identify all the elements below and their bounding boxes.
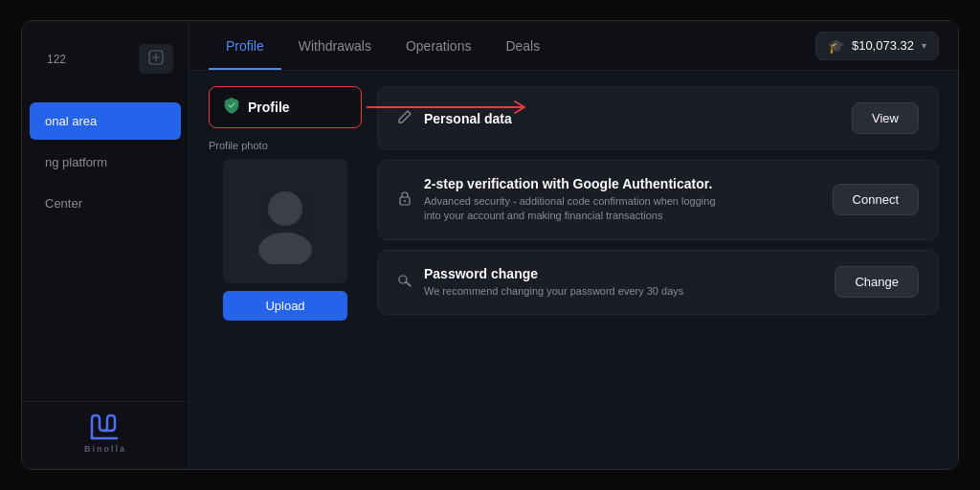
binolla-logo-icon [90, 413, 121, 440]
password-description: We recommend changing your password ever… [424, 284, 683, 299]
password-title: Password change [424, 266, 683, 281]
svg-point-2 [268, 191, 302, 226]
tab-withdrawals[interactable]: Withdrawals [281, 21, 389, 70]
connect-2fa-button[interactable]: Connect [833, 184, 919, 215]
key-icon [397, 273, 412, 292]
balance-button[interactable]: 🎓 $10,073.32 ▾ [815, 32, 939, 60]
profile-section-header[interactable]: Profile [209, 86, 362, 128]
svg-point-3 [258, 233, 312, 264]
two-step-verification-card: 2-step verification with Google Authenti… [377, 160, 939, 240]
svg-point-5 [404, 200, 406, 202]
two-step-description: Advanced security - additional code conf… [424, 194, 730, 224]
password-change-card: Password change We recommend changing yo… [377, 250, 939, 315]
app-container: 122 onal area ng platform Center [21, 20, 959, 470]
pencil-icon [397, 109, 412, 128]
avatar-placeholder-icon [242, 178, 328, 264]
password-left: Password change We recommend changing yo… [397, 266, 683, 299]
sidebar-item-personal-area[interactable]: onal area [30, 102, 181, 140]
sidebar-nav: onal area ng platform Center [22, 93, 189, 401]
balance-value: $10,073.32 [852, 38, 914, 53]
password-info: Password change We recommend changing yo… [424, 266, 683, 299]
sidebar-item-center[interactable]: Center [30, 185, 181, 222]
profile-header-wrapper: Profile [209, 86, 362, 128]
sidebar-top: 122 [22, 21, 189, 93]
personal-data-card: Personal data View [377, 86, 939, 150]
view-personal-data-button[interactable]: View [852, 102, 919, 134]
photo-label: Profile photo [209, 140, 268, 151]
right-panel: Personal data View [377, 86, 939, 454]
tab-profile[interactable]: Profile [209, 21, 281, 70]
personal-data-left: Personal data [397, 109, 512, 128]
add-account-button[interactable] [139, 44, 173, 74]
lock-icon [397, 190, 412, 210]
two-step-title: 2-step verification with Google Authenti… [424, 176, 730, 191]
shield-icon [223, 97, 240, 118]
tabs-container: Profile Withdrawals Operations Deals [209, 21, 557, 70]
chevron-down-icon: ▾ [922, 40, 926, 51]
main-content: Profile Withdrawals Operations Deals 🎓 $… [189, 21, 958, 469]
sidebar-item-trading-platform[interactable]: ng platform [30, 144, 181, 181]
upload-photo-button[interactable]: Upload [223, 291, 347, 321]
profile-section-label: Profile [248, 100, 290, 115]
personal-data-title: Personal data [424, 111, 512, 126]
personal-data-info: Personal data [424, 111, 512, 126]
binolla-brand-text: Binolla [84, 444, 126, 454]
balance-icon: 🎓 [828, 38, 844, 54]
left-panel: Profile Profile photo [209, 86, 362, 454]
two-step-info: 2-step verification with Google Authenti… [424, 176, 730, 224]
two-step-left: 2-step verification with Google Authenti… [397, 176, 730, 224]
photo-section: Profile photo Upload [209, 140, 362, 321]
tab-deals[interactable]: Deals [488, 21, 557, 70]
content-area: Profile Profile photo [189, 71, 958, 469]
profile-photo-placeholder [223, 159, 347, 283]
change-password-button[interactable]: Change [835, 266, 919, 298]
sidebar-logo-area: Binolla [22, 401, 189, 469]
topbar: Profile Withdrawals Operations Deals 🎓 $… [189, 21, 958, 71]
sidebar: 122 onal area ng platform Center [22, 21, 189, 469]
account-number: 122 [37, 45, 76, 74]
tab-operations[interactable]: Operations [389, 21, 488, 70]
